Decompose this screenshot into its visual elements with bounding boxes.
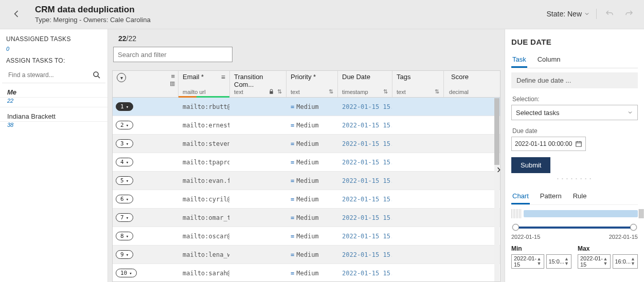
cell-email: mailto:ernest... (178, 122, 230, 129)
th-tags[interactable]: Tags text⇅ (392, 71, 444, 97)
table-header: ▾ ≡ ▥ Email *≡ mailto url Transition Com… (113, 71, 500, 98)
expand-all-toggle[interactable]: ▾ (117, 73, 126, 82)
cell-priority: = Medium (287, 159, 338, 166)
stepper-icon[interactable]: ▲▼ (537, 257, 542, 266)
undo-button[interactable] (603, 9, 616, 18)
page-subtitle: Type: Merging - Owners: Cale Carolina (35, 16, 547, 24)
column-menu-icon[interactable]: ≡ (171, 73, 175, 80)
app-header: CRM data deduplication Type: Merging - O… (0, 0, 644, 29)
min-time-input[interactable]: 15:0...▲▼ (546, 254, 572, 269)
assignee-other-count: 38 (0, 122, 108, 131)
assignee-me[interactable]: Me (0, 83, 108, 98)
tab-column[interactable]: Column (536, 52, 562, 68)
redo-button[interactable] (622, 9, 636, 18)
table-row[interactable]: 8 ▾mailto:oscar@...= Medium2022-01-15 15… (113, 227, 500, 246)
tasks-table: ▾ ≡ ▥ Email *≡ mailto url Transition Com… (112, 70, 500, 282)
left-panel: UNASSIGNED TASKS 0 ASSIGN TASKS TO: Me 2… (0, 29, 108, 282)
panel-hint: Define due date ... (511, 72, 638, 88)
table-row[interactable]: 9 ▾mailto:lena_w...= Medium2022-01-15 15… (113, 246, 500, 264)
stepper-icon[interactable]: ▲▼ (631, 257, 635, 266)
cell-duedate: 2022-01-15 15... (338, 140, 392, 147)
cell-priority: = Medium (287, 122, 338, 129)
row-badge[interactable]: 5 ▾ (116, 176, 133, 185)
tab-task[interactable]: Task (511, 52, 527, 68)
cell-email: mailto:rbutt@... (178, 103, 230, 110)
row-badge[interactable]: 8 ▾ (116, 232, 133, 240)
th-score[interactable]: Score decimal (444, 71, 473, 97)
row-badge[interactable]: 7 ▾ (116, 213, 133, 222)
cell-priority: = Medium (287, 103, 338, 110)
submit-button[interactable]: Submit (511, 157, 550, 173)
stepper-icon[interactable]: ▲▼ (564, 257, 569, 266)
distribution-chart (524, 210, 638, 217)
tab-rule[interactable]: Rule (572, 189, 588, 204)
svg-point-0 (94, 72, 98, 77)
search-icon[interactable] (92, 70, 101, 80)
max-time-input[interactable]: 16:0...▲▼ (613, 254, 638, 269)
stepper-icon[interactable]: ▲▼ (603, 257, 608, 266)
cell-email: mailto:steven... (178, 140, 230, 147)
row-badge[interactable]: 4 ▾ (116, 158, 133, 166)
cell-duedate: 2022-01-15 15... (338, 251, 392, 258)
date-range-slider[interactable] (512, 222, 637, 233)
th-priority[interactable]: Priority * text⇅ (287, 71, 338, 97)
table-row[interactable]: 7 ▾mailto:omar_t...= Medium2022-01-15 15… (113, 209, 500, 227)
table-row[interactable]: 10 ▾mailto:sarah@...= Medium2022-01-15 1… (113, 264, 500, 282)
duedate-label: Due date (512, 127, 637, 135)
chevron-down-icon (627, 109, 633, 116)
table-row[interactable]: 5 ▾mailto:evan.f...= Medium2022-01-15 15… (113, 172, 500, 190)
table-row[interactable]: 1 ▾mailto:rbutt@...= Medium2022-01-15 15… (113, 98, 500, 116)
table-row[interactable]: 2 ▾mailto:ernest...= Medium2022-01-15 15… (113, 116, 500, 135)
cell-priority: = Medium (287, 251, 338, 258)
assign-to-header: ASSIGN TASKS TO: (0, 55, 108, 67)
lock-icon (269, 89, 274, 95)
slider-handle-max[interactable] (630, 224, 637, 231)
cell-email: mailto:lena_w... (178, 251, 230, 258)
sort-icon[interactable]: ⇅ (277, 88, 282, 95)
row-badge[interactable]: 6 ▾ (116, 195, 133, 203)
tab-pattern[interactable]: Pattern (539, 189, 563, 204)
table-row[interactable]: 6 ▾mailto:cyril@...= Medium2022-01-15 15… (113, 190, 500, 209)
back-button[interactable] (8, 6, 25, 22)
cell-duedate: 2022-01-15 15... (338, 122, 392, 129)
chevron-down-icon (584, 11, 590, 17)
calendar-icon (575, 140, 582, 147)
table-row[interactable]: 3 ▾mailto:steven...= Medium2022-01-15 15… (113, 135, 500, 153)
cell-duedate: 2022-01-15 15... (338, 233, 392, 240)
row-badge[interactable]: 2 ▾ (116, 121, 133, 129)
collapse-panel-toggle[interactable]: › (497, 163, 500, 176)
cell-duedate: 2022-01-15 15... (338, 177, 392, 184)
row-badge[interactable]: 10 ▾ (116, 269, 137, 277)
scrollbar-thumb[interactable] (494, 98, 499, 165)
arrow-left-icon (11, 9, 22, 19)
sort-icon[interactable]: ⇅ (383, 88, 388, 95)
min-label: Min (511, 245, 571, 252)
slider-handle-min[interactable] (512, 224, 519, 231)
th-email[interactable]: Email *≡ mailto url (178, 71, 230, 97)
assignee-other[interactable]: Indiana Brackett (0, 107, 108, 122)
steward-search-input[interactable] (6, 69, 92, 81)
tab-chart[interactable]: Chart (511, 189, 530, 204)
cell-priority: = Medium (287, 140, 338, 147)
row-badge[interactable]: 3 ▾ (116, 139, 133, 148)
search-filter-input[interactable] (113, 47, 232, 62)
max-date-input[interactable]: 2022-01-15▲▼ (578, 254, 611, 269)
cell-email: mailto:cyril@... (178, 196, 230, 203)
cell-priority: = Medium (287, 233, 338, 240)
th-selector: ▾ ≡ ▥ (113, 71, 178, 97)
resize-grip[interactable]: • • • • • • • • (511, 176, 638, 181)
duedate-input[interactable]: 2022-01-11 00:00:00 (511, 137, 586, 151)
selection-dropdown[interactable]: Selected tasks (511, 105, 638, 120)
th-duedate[interactable]: Due Date timestamp⇅ (338, 71, 392, 97)
th-menu-icon[interactable]: ≡ (221, 73, 225, 81)
table-row[interactable]: 4 ▾mailto:tpapro...= Medium2022-01-15 15… (113, 153, 500, 172)
state-dropdown[interactable]: State: New (547, 10, 590, 18)
cell-priority: = Medium (287, 177, 338, 184)
sort-icon[interactable]: ⇅ (435, 88, 439, 95)
row-badge[interactable]: 1 ▾ (116, 102, 133, 111)
column-color-icon[interactable]: ▥ (170, 81, 175, 86)
min-date-input[interactable]: 2022-01-15▲▼ (511, 254, 544, 269)
row-badge[interactable]: 9 ▾ (116, 250, 133, 259)
th-transition[interactable]: Transition Com... text ⇅ (230, 71, 287, 97)
sort-icon[interactable]: ⇅ (329, 88, 333, 95)
